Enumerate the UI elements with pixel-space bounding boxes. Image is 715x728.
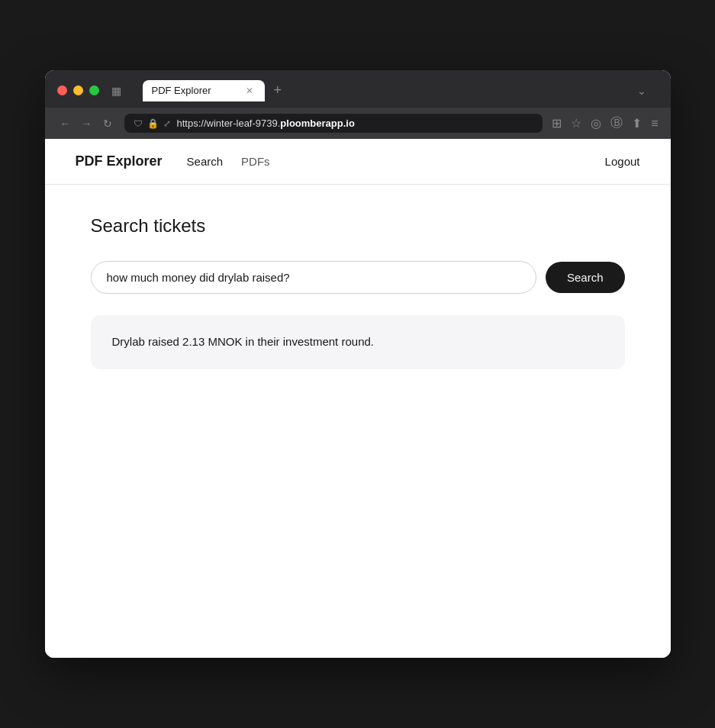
app-content: PDF Explorer Search PDFs Logout Search t… bbox=[45, 139, 671, 658]
window-grid-icon: ▦ bbox=[111, 85, 121, 97]
url-text: https://winter-leaf-9739.ploomberapp.io bbox=[177, 118, 355, 129]
result-text: Drylab raised 2.13 MNOK in their investm… bbox=[112, 333, 604, 351]
logout-button[interactable]: Logout bbox=[605, 155, 640, 168]
back-button[interactable]: ← bbox=[57, 116, 74, 131]
url-domain: ploomberapp.io bbox=[280, 118, 355, 129]
tab-bar: PDF Explorer ✕ + ⌄ bbox=[130, 79, 659, 101]
forward-button[interactable]: → bbox=[79, 116, 95, 131]
main-content: Search tickets Search Drylab raised 2.13… bbox=[45, 185, 671, 400]
result-card: Drylab raised 2.13 MNOK in their investm… bbox=[91, 315, 625, 369]
shield-icon: 🛡 bbox=[134, 118, 143, 129]
nav-buttons: ← → ↻ bbox=[57, 116, 115, 131]
site-info-icon: ⤢ bbox=[163, 118, 171, 129]
app-logo: PDF Explorer bbox=[76, 153, 163, 169]
add-tab-button[interactable]: + bbox=[268, 79, 288, 101]
grid-icon[interactable]: ⊞ bbox=[552, 116, 562, 130]
lock-icon: 🔒 bbox=[147, 118, 159, 129]
share-icon[interactable]: ⬆ bbox=[632, 116, 642, 130]
traffic-lights bbox=[57, 85, 99, 95]
profile-icon[interactable]: Ⓑ bbox=[610, 115, 623, 131]
search-button[interactable]: Search bbox=[546, 262, 625, 293]
url-field[interactable]: 🛡 🔒 ⤢ https://winter-leaf-9739.ploombera… bbox=[124, 114, 543, 133]
active-tab[interactable]: PDF Explorer ✕ bbox=[143, 80, 265, 101]
browser-chrome: ▦ PDF Explorer ✕ + ⌄ ← → ↻ 🛡 🔒 bbox=[45, 70, 671, 139]
nav-pdfs-link[interactable]: PDFs bbox=[241, 152, 270, 171]
nav-search-link[interactable]: Search bbox=[187, 152, 224, 171]
title-bar: ▦ PDF Explorer ✕ + ⌄ bbox=[45, 70, 671, 108]
minimize-traffic-light[interactable] bbox=[73, 85, 83, 95]
close-traffic-light[interactable] bbox=[57, 85, 67, 95]
star-icon[interactable]: ☆ bbox=[571, 116, 581, 130]
nav-links: Search PDFs bbox=[187, 152, 605, 171]
url-prefix: https://winter-leaf-9739. bbox=[177, 118, 281, 129]
tab-chevron-icon[interactable]: ⌄ bbox=[637, 85, 646, 97]
page-title: Search tickets bbox=[91, 215, 625, 237]
app-nav: PDF Explorer Search PDFs Logout bbox=[45, 139, 671, 185]
address-bar: ← → ↻ 🛡 🔒 ⤢ https://winter-leaf-9739.plo… bbox=[45, 108, 671, 139]
url-security-icons: 🛡 🔒 ⤢ bbox=[134, 118, 171, 129]
reload-button[interactable]: ↻ bbox=[100, 116, 115, 131]
toolbar-icons: ⊞ ☆ ◎ Ⓑ ⬆ ≡ bbox=[552, 115, 658, 131]
pocket-icon[interactable]: ◎ bbox=[591, 116, 601, 130]
menu-icon[interactable]: ≡ bbox=[651, 117, 658, 130]
tab-close-icon[interactable]: ✕ bbox=[243, 85, 256, 97]
search-input[interactable] bbox=[91, 261, 536, 294]
maximize-traffic-light[interactable] bbox=[89, 85, 99, 95]
browser-window: ▦ PDF Explorer ✕ + ⌄ ← → ↻ 🛡 🔒 bbox=[45, 70, 671, 658]
tab-title: PDF Explorer bbox=[152, 85, 237, 96]
search-row: Search bbox=[91, 261, 625, 294]
